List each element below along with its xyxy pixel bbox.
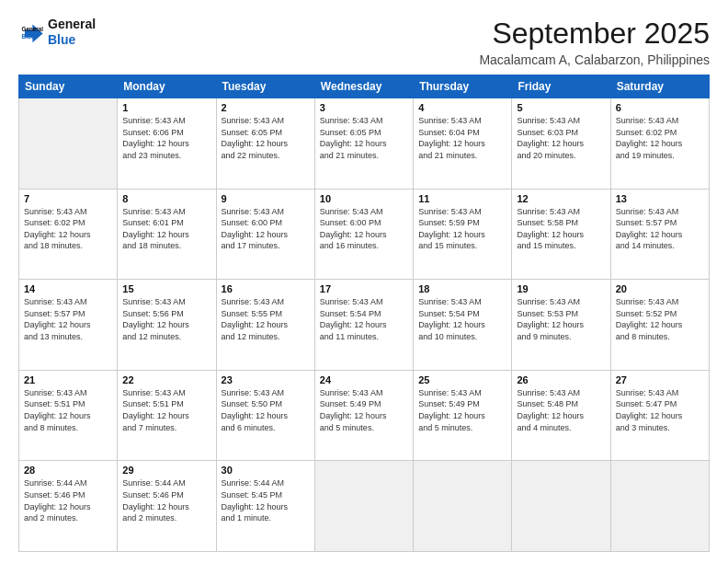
calendar-week-2: 14Sunrise: 5:43 AMSunset: 5:57 PMDayligh… [19, 280, 710, 371]
header-sunday: Sunday [19, 75, 118, 98]
calendar-week-1: 7Sunrise: 5:43 AMSunset: 6:02 PMDaylight… [19, 189, 710, 280]
day-info: Sunrise: 5:43 AMSunset: 5:47 PMDaylight:… [616, 387, 704, 433]
calendar-day [314, 461, 413, 552]
logo-icon: General Blue [18, 19, 44, 45]
logo-general: General [48, 17, 96, 32]
calendar-day: 4Sunrise: 5:43 AMSunset: 6:04 PMDaylight… [414, 98, 512, 190]
day-info: Sunrise: 5:44 AMSunset: 5:46 PMDaylight:… [122, 477, 210, 523]
title-block: September 2025 Macalamcam A, Calabarzon,… [479, 17, 710, 67]
day-number: 6 [616, 102, 704, 113]
day-number: 26 [517, 374, 605, 385]
calendar-day: 20Sunrise: 5:43 AMSunset: 5:52 PMDayligh… [610, 280, 709, 371]
calendar-week-3: 21Sunrise: 5:43 AMSunset: 5:51 PMDayligh… [19, 370, 710, 461]
day-info: Sunrise: 5:43 AMSunset: 6:05 PMDaylight:… [320, 115, 408, 161]
svg-text:General: General [22, 26, 44, 32]
calendar-day: 6Sunrise: 5:43 AMSunset: 6:02 PMDaylight… [610, 98, 709, 190]
calendar-day: 11Sunrise: 5:43 AMSunset: 5:59 PMDayligh… [414, 189, 512, 280]
calendar-header-row: Sunday Monday Tuesday Wednesday Thursday… [19, 75, 710, 98]
day-info: Sunrise: 5:43 AMSunset: 5:49 PMDaylight:… [320, 387, 408, 433]
day-number: 9 [222, 193, 310, 204]
day-number: 25 [418, 374, 506, 385]
day-info: Sunrise: 5:43 AMSunset: 5:48 PMDaylight:… [517, 387, 605, 433]
calendar-day: 24Sunrise: 5:43 AMSunset: 5:49 PMDayligh… [314, 370, 413, 461]
day-info: Sunrise: 5:43 AMSunset: 5:58 PMDaylight:… [517, 206, 605, 252]
calendar-day: 3Sunrise: 5:43 AMSunset: 6:05 PMDaylight… [314, 98, 413, 190]
day-number: 21 [24, 374, 112, 385]
day-info: Sunrise: 5:43 AMSunset: 6:06 PMDaylight:… [122, 115, 210, 161]
day-number: 15 [122, 283, 210, 294]
calendar-table: Sunday Monday Tuesday Wednesday Thursday… [18, 75, 710, 552]
calendar-day [19, 98, 118, 190]
day-number: 18 [418, 283, 506, 294]
day-info: Sunrise: 5:43 AMSunset: 5:51 PMDaylight:… [24, 387, 112, 433]
day-number: 2 [222, 102, 310, 113]
day-info: Sunrise: 5:43 AMSunset: 5:51 PMDaylight:… [122, 387, 210, 433]
calendar-day: 7Sunrise: 5:43 AMSunset: 6:02 PMDaylight… [19, 189, 118, 280]
calendar-day [610, 461, 709, 552]
header-wednesday: Wednesday [314, 75, 413, 98]
day-number: 22 [122, 374, 210, 385]
calendar-day: 23Sunrise: 5:43 AMSunset: 5:50 PMDayligh… [216, 370, 314, 461]
day-number: 20 [616, 283, 704, 294]
day-info: Sunrise: 5:43 AMSunset: 6:05 PMDaylight:… [222, 115, 310, 161]
calendar-day: 29Sunrise: 5:44 AMSunset: 5:46 PMDayligh… [118, 461, 216, 552]
calendar-day: 18Sunrise: 5:43 AMSunset: 5:54 PMDayligh… [414, 280, 512, 371]
calendar-day: 8Sunrise: 5:43 AMSunset: 6:01 PMDaylight… [118, 189, 216, 280]
calendar-day: 19Sunrise: 5:43 AMSunset: 5:53 PMDayligh… [512, 280, 610, 371]
day-info: Sunrise: 5:43 AMSunset: 5:57 PMDaylight:… [616, 206, 704, 252]
location: Macalamcam A, Calabarzon, Philippines [479, 52, 710, 67]
calendar-week-4: 28Sunrise: 5:44 AMSunset: 5:46 PMDayligh… [19, 461, 710, 552]
day-number: 19 [517, 283, 605, 294]
calendar-day: 21Sunrise: 5:43 AMSunset: 5:51 PMDayligh… [19, 370, 118, 461]
header-tuesday: Tuesday [216, 75, 314, 98]
day-info: Sunrise: 5:43 AMSunset: 5:52 PMDaylight:… [616, 296, 704, 342]
day-info: Sunrise: 5:43 AMSunset: 6:01 PMDaylight:… [122, 206, 210, 252]
calendar-day: 28Sunrise: 5:44 AMSunset: 5:46 PMDayligh… [19, 461, 118, 552]
header-thursday: Thursday [414, 75, 512, 98]
page: General Blue General Blue September 2025… [0, 0, 728, 563]
day-number: 13 [616, 193, 704, 204]
calendar-day: 27Sunrise: 5:43 AMSunset: 5:47 PMDayligh… [610, 370, 709, 461]
logo-blue: Blue [48, 32, 96, 48]
day-number: 16 [222, 283, 310, 294]
day-number: 1 [122, 102, 210, 113]
calendar-day: 16Sunrise: 5:43 AMSunset: 5:55 PMDayligh… [216, 280, 314, 371]
day-info: Sunrise: 5:43 AMSunset: 6:02 PMDaylight:… [24, 206, 112, 252]
calendar-day: 17Sunrise: 5:43 AMSunset: 5:54 PMDayligh… [314, 280, 413, 371]
calendar-day: 15Sunrise: 5:43 AMSunset: 5:56 PMDayligh… [118, 280, 216, 371]
calendar-day: 22Sunrise: 5:43 AMSunset: 5:51 PMDayligh… [118, 370, 216, 461]
calendar-day: 14Sunrise: 5:43 AMSunset: 5:57 PMDayligh… [19, 280, 118, 371]
day-info: Sunrise: 5:43 AMSunset: 5:50 PMDaylight:… [222, 387, 310, 433]
day-number: 14 [24, 283, 112, 294]
header-friday: Friday [512, 75, 610, 98]
calendar-day [512, 461, 610, 552]
calendar-day [414, 461, 512, 552]
calendar-day: 2Sunrise: 5:43 AMSunset: 6:05 PMDaylight… [216, 98, 314, 190]
day-info: Sunrise: 5:43 AMSunset: 5:56 PMDaylight:… [122, 296, 210, 342]
day-number: 10 [320, 193, 408, 204]
calendar-day: 26Sunrise: 5:43 AMSunset: 5:48 PMDayligh… [512, 370, 610, 461]
day-number: 24 [320, 374, 408, 385]
day-number: 12 [517, 193, 605, 204]
day-number: 17 [320, 283, 408, 294]
header-monday: Monday [118, 75, 216, 98]
calendar-day: 1Sunrise: 5:43 AMSunset: 6:06 PMDaylight… [118, 98, 216, 190]
day-info: Sunrise: 5:43 AMSunset: 5:59 PMDaylight:… [418, 206, 506, 252]
calendar-day: 25Sunrise: 5:43 AMSunset: 5:49 PMDayligh… [414, 370, 512, 461]
day-info: Sunrise: 5:43 AMSunset: 6:04 PMDaylight:… [418, 115, 506, 161]
header: General Blue General Blue September 2025… [18, 17, 710, 67]
day-number: 5 [517, 102, 605, 113]
day-number: 4 [418, 102, 506, 113]
calendar-day: 30Sunrise: 5:44 AMSunset: 5:45 PMDayligh… [216, 461, 314, 552]
day-number: 27 [616, 374, 704, 385]
calendar-day: 5Sunrise: 5:43 AMSunset: 6:03 PMDaylight… [512, 98, 610, 190]
day-info: Sunrise: 5:43 AMSunset: 6:03 PMDaylight:… [517, 115, 605, 161]
day-number: 23 [222, 374, 310, 385]
day-info: Sunrise: 5:44 AMSunset: 5:46 PMDaylight:… [24, 477, 112, 523]
calendar-day: 12Sunrise: 5:43 AMSunset: 5:58 PMDayligh… [512, 189, 610, 280]
day-number: 30 [222, 465, 310, 476]
day-number: 11 [418, 193, 506, 204]
calendar-week-0: 1Sunrise: 5:43 AMSunset: 6:06 PMDaylight… [19, 98, 710, 190]
logo: General Blue General Blue [18, 17, 96, 48]
day-info: Sunrise: 5:43 AMSunset: 5:53 PMDaylight:… [517, 296, 605, 342]
